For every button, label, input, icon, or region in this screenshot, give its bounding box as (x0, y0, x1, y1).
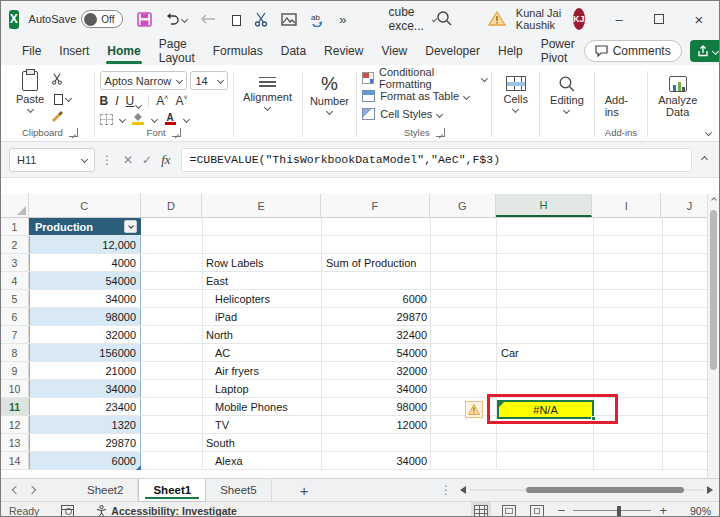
cell-c10[interactable]: 34000 (29, 380, 141, 397)
cell-e13[interactable]: South (203, 434, 322, 451)
cells-button[interactable]: Cells (497, 74, 534, 114)
search-icon[interactable] (436, 10, 452, 28)
decrease-font-button[interactable]: A˅ (175, 94, 187, 108)
autosave-toggle[interactable]: Off (81, 10, 123, 28)
add-sheet-button[interactable]: + (300, 482, 309, 499)
bold-button[interactable]: B (100, 94, 109, 108)
row-header[interactable]: 10 (1, 380, 29, 397)
picture-icon[interactable] (281, 13, 297, 26)
tab-splitter-dots[interactable]: ⋮ (440, 485, 452, 495)
tab-data[interactable]: Data (272, 37, 315, 65)
cell-c9[interactable]: 21000 (29, 362, 141, 379)
comments-button[interactable]: Comments (584, 40, 682, 62)
formula-bar-drag-dots[interactable]: ⋮ (101, 155, 113, 165)
tab-file[interactable]: File (13, 37, 50, 65)
borders-icon[interactable] (100, 114, 113, 125)
cell-f14[interactable]: 34000 (322, 452, 431, 469)
minimize-button[interactable]: – (599, 1, 639, 37)
cell-e8[interactable]: AC (203, 344, 322, 361)
zoom-out-button[interactable]: − (558, 506, 566, 516)
enter-check-icon[interactable]: ✓ (142, 153, 152, 167)
cell-f5[interactable]: 6000 (322, 290, 431, 307)
fill-color-icon[interactable] (132, 113, 145, 125)
row-header[interactable]: 3 (1, 254, 29, 271)
row-header[interactable]: 1 (1, 218, 29, 235)
format-as-table-button[interactable]: Format as Table (362, 87, 486, 105)
font-name-select[interactable]: Aptos Narrow (100, 71, 188, 90)
cell-f11[interactable]: 98000 (322, 398, 431, 415)
row-header[interactable]: 14 (1, 452, 29, 469)
row-header[interactable]: 8 (1, 344, 29, 361)
cell-e6[interactable]: iPad (203, 308, 322, 325)
cell-f6[interactable]: 29870 (322, 308, 431, 325)
horizontal-scroll-thumb[interactable] (526, 487, 684, 493)
format-painter-button[interactable] (51, 110, 71, 124)
sheet-tab-sheet2[interactable]: Sheet2 (73, 479, 138, 502)
addins-button[interactable]: Add-ins (600, 74, 643, 120)
cell-c6[interactable]: 98000 (29, 308, 141, 325)
document-title[interactable]: cube exce... (389, 5, 436, 33)
copy-icon[interactable] (232, 15, 241, 26)
formula-bar-expand-icon[interactable] (701, 156, 708, 163)
table-header-cell[interactable]: Production (29, 218, 141, 235)
user-name[interactable]: Kunal Jai Kaushik (516, 7, 565, 31)
font-color-chevron-icon[interactable] (183, 116, 190, 123)
formula-input[interactable]: =CUBEVALUE("ThisWorkbookDataModel","AeC"… (181, 148, 692, 172)
page-layout-view-button[interactable] (502, 505, 516, 517)
underline-button[interactable]: U (126, 94, 142, 108)
zoom-percentage[interactable]: 90% (681, 505, 711, 517)
cell-e9[interactable]: Air fryers (203, 362, 322, 379)
cell-styles-button[interactable]: Cell Styles (362, 105, 486, 123)
redo-icon[interactable] (200, 13, 216, 25)
row-header[interactable]: 4 (1, 272, 29, 289)
cell-f12[interactable]: 12000 (322, 416, 431, 433)
sheet-tab-sheet1[interactable]: Sheet1 (138, 479, 206, 502)
cell-f3[interactable]: Sum of Production (322, 254, 431, 271)
cell-e5[interactable]: Helicopters (203, 290, 322, 307)
scroll-up-icon[interactable] (711, 197, 717, 203)
cell-c2[interactable]: 12,000 (29, 236, 141, 253)
cell-e7[interactable]: North (203, 326, 322, 343)
cell-f8[interactable]: 54000 (322, 344, 431, 361)
cell-e12[interactable]: TV (203, 416, 322, 433)
cell-e3[interactable]: Row Labels (203, 254, 322, 271)
tab-formulas[interactable]: Formulas (204, 37, 272, 65)
normal-view-button[interactable] (474, 505, 488, 517)
row-header-selected[interactable]: 11 (1, 398, 29, 415)
cell-c14[interactable]: 6000 (29, 452, 141, 469)
row-header[interactable]: 6 (1, 308, 29, 325)
insert-function-button[interactable]: fx (161, 152, 170, 168)
tab-review[interactable]: Review (315, 37, 372, 65)
scroll-right-icon[interactable] (707, 486, 713, 494)
tab-home[interactable]: Home (98, 37, 149, 65)
user-avatar[interactable]: KJ (573, 8, 585, 30)
italic-button[interactable]: I (115, 94, 118, 108)
cell-c13[interactable]: 29870 (29, 434, 141, 451)
accessibility-status[interactable]: Accessibility: Investigate (96, 505, 236, 517)
share-button[interactable] (690, 40, 720, 62)
cell-h8[interactable]: Car (497, 344, 594, 361)
cell-f9[interactable]: 32000 (322, 362, 431, 379)
alignment-button[interactable]: Alignment (239, 75, 297, 112)
row-header[interactable]: 9 (1, 362, 29, 379)
column-header-c[interactable]: C (29, 194, 141, 217)
styles-dialog-launcher-icon[interactable] (436, 128, 445, 137)
column-header-f[interactable]: F (321, 194, 430, 217)
tab-page-layout[interactable]: Page Layout (150, 37, 204, 65)
zoom-in-button[interactable]: + (659, 506, 667, 516)
row-header[interactable]: 7 (1, 326, 29, 343)
tab-power-pivot[interactable]: Power Pivot (532, 37, 584, 65)
prev-sheet-icon[interactable] (12, 486, 20, 494)
borders-chevron-icon[interactable] (119, 116, 126, 123)
select-all-button[interactable] (1, 194, 29, 217)
tab-view[interactable]: View (372, 37, 416, 65)
cell-e11[interactable]: Mobile Phones (203, 398, 322, 415)
cell-f10[interactable]: 34000 (322, 380, 431, 397)
row-header[interactable]: 2 (1, 236, 29, 253)
macro-record-icon[interactable] (61, 505, 74, 517)
cell-c7[interactable]: 32000 (29, 326, 141, 343)
column-header-h[interactable]: H (496, 194, 593, 217)
vertical-scrollbar[interactable] (707, 194, 719, 478)
excel-app-icon[interactable]: X (9, 10, 19, 29)
row-header[interactable]: 12 (1, 416, 29, 433)
